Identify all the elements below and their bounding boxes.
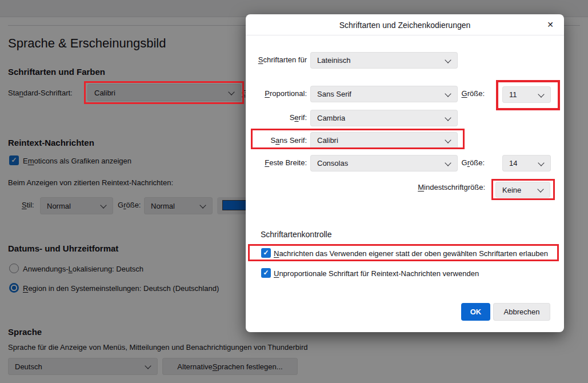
- min-size-value: Keine: [502, 186, 521, 194]
- fixed-width-value: Consolas: [317, 159, 348, 167]
- mono-for-plaintext-checkbox-label: Unproportionale Schriftart für Reintext-…: [274, 269, 479, 278]
- close-icon[interactable]: ✕: [545, 19, 556, 30]
- proportional-size-label: Größe:: [447, 89, 485, 98]
- fonts-for-select[interactable]: Lateinisch: [310, 52, 458, 69]
- font-control-heading: Schriftartenkontrolle: [261, 230, 332, 239]
- mono-for-plaintext-checkbox[interactable]: [261, 268, 271, 278]
- fixed-width-label: Feste Breite:: [246, 158, 307, 167]
- chevron-down-icon: [445, 137, 451, 143]
- thunderbird-settings-screen: Sprache & Erscheinungsbild Schriftarten …: [0, 0, 588, 383]
- fonts-dialog: Schriftarten und Zeichenkodierungen ✕ Sc…: [246, 14, 564, 332]
- fonts-for-label: Schriftarten für: [246, 55, 307, 64]
- serif-select[interactable]: Cambria: [310, 110, 458, 126]
- chevron-down-icon: [445, 57, 451, 63]
- proportional-label: Proportional:: [246, 89, 307, 98]
- cancel-button[interactable]: Abbrechen: [493, 303, 550, 321]
- min-size-select[interactable]: Keine: [495, 182, 550, 198]
- fixed-width-select[interactable]: Consolas: [310, 155, 458, 171]
- serif-label: Serif:: [246, 113, 307, 122]
- dialog-title-divider: [246, 35, 564, 35]
- ok-button[interactable]: OK: [461, 303, 490, 321]
- fixed-size-value: 14: [509, 159, 517, 167]
- proportional-select[interactable]: Sans Serif: [310, 86, 458, 102]
- proportional-size-value: 11: [509, 90, 517, 99]
- fixed-size-select[interactable]: 14: [502, 155, 551, 171]
- chevron-down-icon: [445, 114, 451, 121]
- proportional-size-select[interactable]: 11: [502, 86, 551, 103]
- allow-custom-fonts-checkbox-label: Nachrichten das Verwenden eigener statt …: [274, 249, 548, 258]
- sans-serif-label: Sans Serif:: [246, 136, 307, 145]
- fixed-size-label: Größe:: [447, 158, 485, 167]
- proportional-value: Sans Serif: [317, 90, 351, 98]
- allow-custom-fonts-checkbox[interactable]: [261, 248, 271, 258]
- min-size-label: Mindestschriftgröße:: [360, 183, 485, 192]
- dialog-title: Schriftarten und Zeichenkodierungen: [246, 21, 564, 30]
- chevron-down-icon: [538, 91, 544, 97]
- sans-serif-value: Calibri: [317, 136, 338, 145]
- chevron-down-icon: [538, 159, 544, 166]
- fonts-for-value: Lateinisch: [317, 56, 351, 65]
- serif-value: Cambria: [317, 114, 345, 122]
- chevron-down-icon: [537, 186, 543, 192]
- sans-serif-select[interactable]: Calibri: [310, 132, 458, 149]
